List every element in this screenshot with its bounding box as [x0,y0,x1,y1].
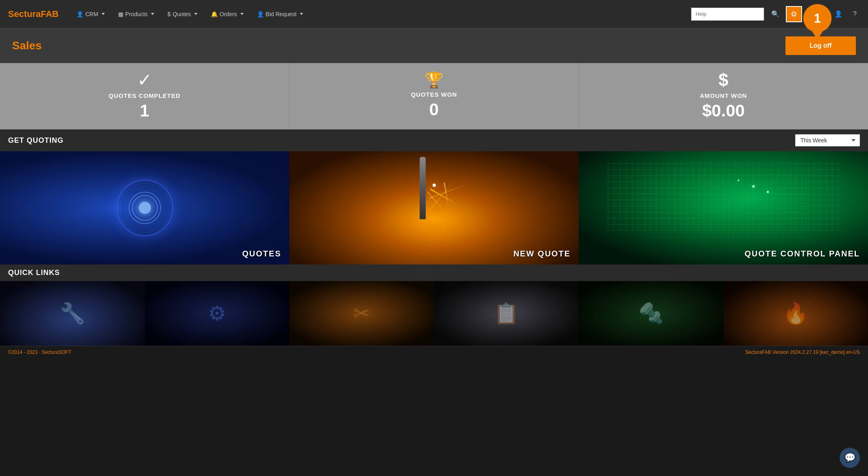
get-quoting-header: GET QUOTING This Week This Month This Ye… [0,129,868,151]
nav-products-label: Products [125,11,148,17]
quick-link-3[interactable]: ✂ [289,281,434,346]
tile-quotes[interactable]: QUOTES [0,151,289,264]
quick-links-grid: 🔧 ⚙ ✂ 📋 🔩 🔥 [0,281,868,346]
quick-link-5[interactable]: 🔩 [579,281,724,346]
content-header: Sales Log off [0,28,868,63]
footer-soft: SOFT [58,349,71,355]
navbar: SecturaFAB 👤 CRM ▦ Products $ Quotes 🔔 O… [0,0,868,28]
products-caret-icon [151,13,154,15]
crm-caret-icon [102,13,105,15]
user-button[interactable]: 👤 [831,8,846,20]
ql5-visual: 🔩 [579,281,724,346]
footer-version-text: Version 2024.2.27.19 [kec_demo] en-US [772,349,860,355]
time-filter-select[interactable]: This Week This Month This Year All Time [795,134,860,146]
footer-copyright-text: ©2014 - 2023 · Sectura [8,349,58,355]
get-quoting-title: GET QUOTING [8,136,64,145]
ql2-icon: ⚙ [208,302,226,325]
tile-new-quote[interactable]: NEW QUOTE [289,151,579,264]
tile-control-panel-bg [579,151,868,264]
chat-icon: 💬 [845,453,855,463]
ql6-visual: 🔥 [724,281,868,346]
tile-quotes-visual [112,176,177,240]
notification-count: 1 [814,11,821,26]
tile-quote-control-panel[interactable]: QUOTE CONTROL PANEL [579,151,868,264]
ql4-icon: 📋 [494,302,519,325]
gear-icon: ⚙ [791,10,797,19]
help-button[interactable]: ? [850,8,860,20]
brand-first: Sectura [8,9,41,19]
quoting-tiles: QUOTES NEW QUOTE QUOTE CONTROL PANEL [0,151,868,264]
quick-link-4[interactable]: 📋 [434,281,579,346]
ql1-visual: 🔧 [0,281,145,346]
stat-quotes-won-value: 0 [429,101,439,118]
search-input[interactable] [691,8,764,21]
navbar-right: 🔍 ⚙ 🔔0 👤 ? [691,7,860,21]
quick-link-2[interactable]: ⚙ [145,281,290,346]
page-title: Sales [12,39,42,52]
tile-control-panel-label: QUOTE CONTROL PANEL [745,249,860,258]
stat-amount-won: $ AMOUNT WON $0.00 [579,63,868,129]
brand-logo[interactable]: SecturaFAB [8,9,59,19]
ql5-icon: 🔩 [639,302,664,325]
nav-quotes-label: Quotes [173,11,191,17]
nav-items: 👤 CRM ▦ Products $ Quotes 🔔 Orders 👤 Bid… [71,8,691,21]
orders-caret-icon [240,13,244,15]
stat-amount-won-label: AMOUNT WON [700,92,747,99]
ql3-visual: ✂ [289,281,434,346]
tile-quotes-label: QUOTES [242,249,281,258]
nav-item-orders[interactable]: 🔔 Orders [205,8,249,21]
stat-quotes-won: 🏆 QUOTES WON 0 [289,63,579,129]
dollar-stat-icon: $ [719,71,728,89]
nav-bid-label: Bid Request [266,11,297,17]
nav-orders-label: Orders [220,11,237,17]
stat-quotes-completed-label: QUOTES COMPLETED [108,92,180,99]
nav-item-bid-request[interactable]: 👤 Bid Request [251,8,309,21]
stat-quotes-won-label: QUOTES WON [411,91,457,98]
search-button[interactable]: 🔍 [768,8,783,20]
bell-icon: 🔔 [211,11,218,17]
notification-pin: 1 [803,4,832,32]
bid-person-icon: 👤 [257,11,264,17]
footer-version: SecturaFAB Version 2024.2.27.19 [kec_dem… [745,349,860,355]
ql4-visual: 📋 [434,281,579,346]
checkmark-icon: ✓ [137,71,152,89]
quick-links-title: QUICK LINKS [8,269,60,277]
stat-amount-won-value: $0.00 [702,102,745,119]
stat-quotes-completed-value: 1 [140,102,149,119]
brand-second: FAB [41,9,59,19]
quick-link-1[interactable]: 🔧 [0,281,145,346]
quick-links-header: QUICK LINKS [0,264,868,281]
quick-link-6[interactable]: 🔥 [724,281,868,346]
footer-brand-fab: SecturaFAB [745,349,771,355]
settings-button[interactable]: ⚙ [787,7,801,21]
notification-tooltip: 1 [803,4,832,32]
dollar-nav-icon: $ [168,11,171,17]
nav-item-products[interactable]: ▦ Products [112,8,160,21]
nav-crm-label: CRM [85,11,98,17]
tile-new-quote-bg [289,151,579,264]
ql2-visual: ⚙ [145,281,290,346]
stat-quotes-completed: ✓ QUOTES COMPLETED 1 [0,63,289,129]
bid-caret-icon [300,13,303,15]
tile-new-quote-label: NEW QUOTE [514,249,571,258]
person-icon: 👤 [76,11,83,17]
quotes-caret-icon [194,13,197,15]
stats-bar: ✓ QUOTES COMPLETED 1 🏆 QUOTES WON 0 $ AM… [0,63,868,129]
nav-item-crm[interactable]: 👤 CRM [71,8,110,21]
chat-bubble[interactable]: 💬 [840,448,860,468]
footer-copyright: ©2014 - 2023 · SecturaSOFT [8,349,71,355]
trophy-icon: 🏆 [424,72,444,88]
tile-quotes-bg [0,151,289,264]
ql6-icon: 🔥 [783,302,808,325]
footer: ©2014 - 2023 · SecturaSOFT SecturaFAB Ve… [0,346,868,358]
nav-item-quotes[interactable]: $ Quotes [162,8,203,21]
ql1-icon: 🔧 [60,302,85,325]
grid-icon: ▦ [118,11,123,17]
ql3-icon: ✂ [353,302,370,325]
